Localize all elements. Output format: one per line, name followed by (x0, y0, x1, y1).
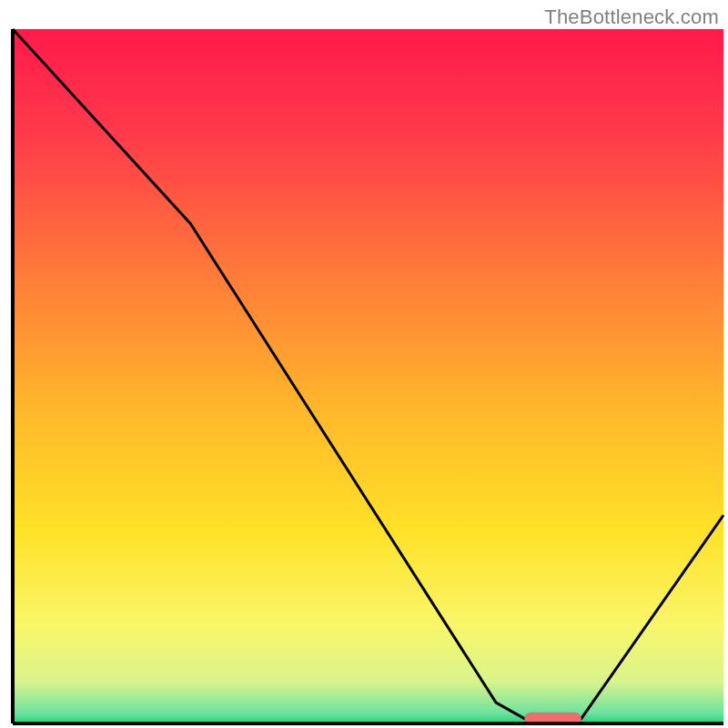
watermark-text: TheBottleneck.com (544, 5, 719, 29)
chart-container: TheBottleneck.com (0, 0, 728, 728)
chart-background (13, 29, 723, 723)
bottleneck-chart (0, 0, 728, 728)
